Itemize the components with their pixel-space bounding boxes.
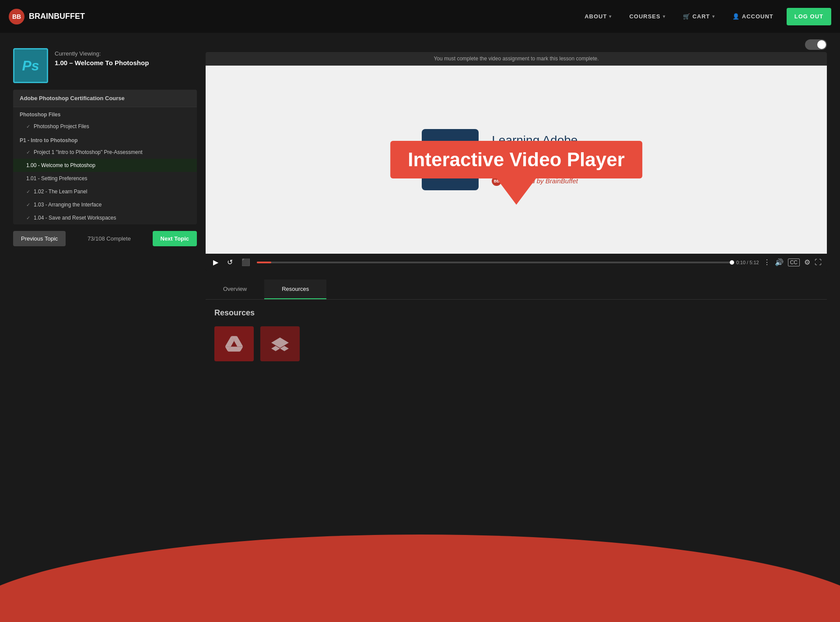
video-notice: You must complete the video assignment t… — [206, 52, 827, 66]
nav-cart[interactable]: 🛒 CART ▾ — [674, 0, 724, 33]
rewind-button[interactable]: ↺ — [225, 257, 235, 267]
video-area: You must complete the video assignment t… — [206, 39, 827, 389]
menu-item-pre-assessment[interactable]: ✓ Project 1 "Intro to Photoshop" Pre-Ass… — [13, 146, 197, 159]
menu-item-project-files[interactable]: ✓ Photoshop Project Files — [13, 120, 197, 133]
bottom-wave — [0, 535, 840, 622]
menu-item-learn-panel[interactable]: ✓ 1.02 - The Learn Panel — [13, 185, 197, 198]
tabs-container: Overview Resources Resources — [206, 280, 827, 389]
about-chevron-icon: ▾ — [609, 14, 612, 19]
volume-icon[interactable]: 🔊 — [775, 258, 784, 266]
progress-bar[interactable] — [257, 262, 732, 263]
cart-chevron-icon: ▾ — [712, 14, 715, 19]
settings-icon[interactable]: ⚙ — [804, 258, 810, 266]
check-icon: ✓ — [26, 150, 30, 155]
course-header: Ps Currently Viewing: 1.00 – Welcome To … — [13, 39, 197, 90]
main-container: Ps Currently Viewing: 1.00 – Welcome To … — [0, 33, 840, 389]
account-icon: 👤 — [732, 13, 740, 20]
time-display: 0:10 / 5:12 — [736, 260, 759, 265]
google-drive-icon[interactable] — [214, 326, 254, 361]
navbar: BB BRAINBUFFET ABoUT ▾ COURSES ▾ 🛒 CART … — [0, 0, 840, 33]
fullscreen-icon[interactable]: ⛶ — [815, 259, 822, 266]
stop-button[interactable]: ⬛ — [239, 257, 252, 267]
brand-logo-link[interactable]: BB BRAINBUFFET — [9, 9, 85, 24]
course-info: Currently Viewing: 1.00 – Welcome To Pho… — [55, 48, 149, 66]
sidebar: Ps Currently Viewing: 1.00 – Welcome To … — [13, 39, 197, 389]
next-topic-button[interactable]: Next Topic — [153, 231, 197, 246]
section-p1-intro: P1 - Intro to Photoshop — [13, 133, 197, 146]
triangle-pointer — [490, 170, 542, 205]
ivp-banner: Interactive Video Player — [390, 141, 642, 178]
currently-viewing-label: Currently Viewing: — [55, 50, 149, 57]
navbar-nav: ABoUT ▾ COURSES ▾ 🛒 CART ▾ 👤 AccoUnT LOG… — [576, 0, 831, 33]
check-icon: ✓ — [26, 189, 30, 195]
video-container: You must complete the video assignment t… — [206, 52, 827, 271]
cc-icon[interactable]: CC — [788, 259, 800, 266]
tab-resources[interactable]: Resources — [264, 280, 326, 299]
courses-chevron-icon: ▾ — [663, 14, 665, 19]
course-menu: Adobe Photoshop Certification Course Pho… — [13, 90, 197, 224]
nav-account[interactable]: 👤 AccoUnT — [724, 0, 782, 33]
resources-title: Resources — [214, 308, 818, 318]
video-toggle-area — [206, 39, 827, 50]
logout-button[interactable]: LOG OUT — [787, 8, 831, 25]
tabs-header: Overview Resources — [206, 280, 827, 300]
cart-icon: 🛒 — [683, 13, 690, 20]
check-icon: ✓ — [26, 124, 30, 129]
brand-logo-icon: BB — [9, 9, 24, 24]
toggle-knob — [817, 40, 826, 49]
menu-item-welcome[interactable]: 1.00 - Welcome to Photoshop — [13, 159, 197, 172]
nav-buttons: Previous Topic 73/108 Complete Next Topi… — [13, 224, 197, 253]
brand-name: BRAINBUFFET — [29, 12, 85, 21]
toggle-switch[interactable] — [805, 39, 827, 50]
lesson-title: 1.00 – Welcome To Photoshop — [55, 59, 149, 66]
menu-item-save-reset[interactable]: ✓ 1.04 - Save and Reset Workspaces — [13, 211, 197, 224]
tab-overview[interactable]: Overview — [206, 280, 264, 299]
resource-icons — [214, 326, 818, 361]
nav-about[interactable]: ABoUT ▾ — [576, 0, 620, 33]
video-controls: ▶ ↺ ⬛ 0:10 / 5:12 ⋮ 🔊 CC ⚙ ⛶ — [206, 254, 827, 271]
nav-courses[interactable]: COURSES ▾ — [620, 0, 674, 33]
menu-item-arranging[interactable]: ✓ 1.03 - Arranging the Interface — [13, 198, 197, 211]
progress-bar-fill — [257, 262, 271, 263]
video-player[interactable]: Ps Learning Adobe Photoshop BB Presented… — [206, 66, 827, 254]
chapters-icon[interactable]: ⋮ — [763, 258, 770, 266]
course-menu-header: Adobe Photoshop Certification Course — [13, 90, 197, 107]
play-button[interactable]: ▶ — [211, 257, 220, 267]
progress-dot — [730, 260, 734, 265]
check-icon: ✓ — [26, 215, 30, 221]
check-icon: ✓ — [26, 202, 30, 208]
menu-item-setting-prefs[interactable]: 1.01 - Setting Preferences — [13, 172, 197, 185]
tab-content-resources: Resources — [206, 300, 827, 370]
dropbox-icon[interactable] — [260, 326, 300, 361]
course-ps-logo: Ps — [13, 48, 48, 83]
progress-label: 73/108 Complete — [69, 235, 149, 242]
prev-topic-button[interactable]: Previous Topic — [13, 231, 66, 246]
section-photoshop-files: Photoshop Files — [13, 107, 197, 120]
